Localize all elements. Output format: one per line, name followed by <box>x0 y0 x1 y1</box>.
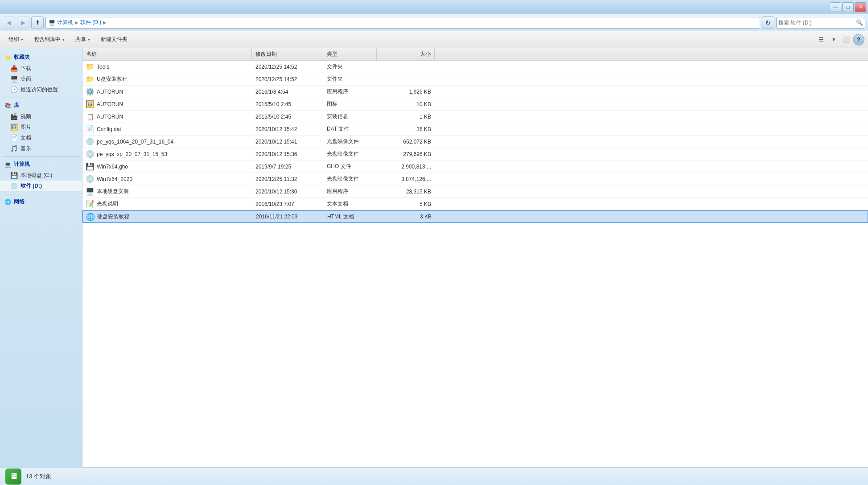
network-icon: 🌐 <box>4 199 11 205</box>
file-date-cell: 2020/12/25 14:52 <box>252 73 323 85</box>
file-size-cell: 3,874,126 ... <box>377 173 435 185</box>
file-size-cell: 5 KB <box>377 198 435 210</box>
file-name-text: 光盘说明 <box>97 200 118 208</box>
sidebar: ⭐ 收藏夹 📥 下载 🖥️ 桌面 🕐 最近访问的位置 📚 库 <box>0 48 82 467</box>
file-name-text: 硬盘安装教程 <box>97 213 129 221</box>
file-size-cell <box>377 73 435 85</box>
table-row[interactable]: 🖥️ 本地硬盘安装 2020/10/12 15:30 应用程序 28,315 K… <box>82 185 868 198</box>
file-name-text: Win7x64_2020 <box>97 176 132 182</box>
breadcrumb-drive[interactable]: 软件 (D:) <box>80 19 101 26</box>
file-type-cell: 图标 <box>323 98 377 110</box>
d-drive-label: 软件 (D:) <box>21 182 42 190</box>
sidebar-item-music[interactable]: 🎵 音乐 <box>0 143 82 154</box>
network-label: 网络 <box>14 198 25 206</box>
downloads-icon: 📥 <box>10 64 18 72</box>
minimize-button[interactable]: — <box>830 2 841 12</box>
table-row[interactable]: 🖼️ AUTORUN 2015/5/10 2:45 图标 10 KB <box>82 98 868 111</box>
include-library-button[interactable]: 包含到库中 ▾ <box>29 33 70 46</box>
refresh-button[interactable]: ↻ <box>762 16 774 29</box>
organize-label: 组织 <box>8 36 19 43</box>
file-name-cell: 🖼️ AUTORUN <box>82 98 252 110</box>
file-date-cell: 2016/11/21 22:03 <box>252 211 324 222</box>
breadcrumb-computer[interactable]: 计算机 <box>57 19 73 26</box>
file-date-cell: 2020/10/12 15:42 <box>252 123 323 135</box>
forward-button[interactable]: ▶ <box>17 16 29 29</box>
sidebar-network-header[interactable]: 🌐 网络 <box>0 196 82 207</box>
downloads-label: 下载 <box>21 65 31 72</box>
video-label: 视频 <box>21 113 31 120</box>
table-row[interactable]: 💿 pe_yqs_xp_20_07_31_15_53 2020/10/12 15… <box>82 148 868 160</box>
share-button[interactable]: 共享 ▾ <box>70 33 95 46</box>
maximize-button[interactable]: □ <box>842 2 854 12</box>
search-icon[interactable]: 🔍 <box>856 19 863 26</box>
divider-2 <box>3 156 79 157</box>
sidebar-item-downloads[interactable]: 📥 下载 <box>0 63 82 74</box>
computer-label: 计算机 <box>14 160 30 168</box>
file-name-text: Tools <box>97 64 109 70</box>
file-date-cell: 2020/10/12 15:30 <box>252 185 323 197</box>
preview-pane-button[interactable]: ⬜ <box>840 34 852 45</box>
file-size-cell: 279,696 KB <box>377 148 435 160</box>
table-row[interactable]: 📁 U盘安装教程 2020/12/25 14:52 文件夹 <box>82 73 868 86</box>
desktop-icon: 🖥️ <box>10 75 18 83</box>
table-row[interactable]: 📝 光盘说明 2016/10/23 7:07 文本文档 5 KB <box>82 198 868 210</box>
file-type-cell: 安装信息 <box>323 111 377 123</box>
recent-icon: 🕐 <box>10 86 18 94</box>
help-button[interactable]: ? <box>853 34 864 45</box>
table-row[interactable]: 💿 pe_yqs_1064_20_07_31_16_04 2020/10/12 … <box>82 136 868 148</box>
sidebar-network-section: 🌐 网络 <box>0 196 82 207</box>
file-type-cell: 光盘映像文件 <box>323 136 377 148</box>
view-dropdown-button[interactable]: ▾ <box>828 34 839 45</box>
table-row[interactable]: 💾 Win7x64.gho 2019/9/7 19:25 GHO 文件 2,90… <box>82 160 868 173</box>
col-header-name[interactable]: 名称 <box>82 48 252 60</box>
table-row[interactable]: 💿 Win7x64_2020 2020/12/25 11:32 光盘映像文件 3… <box>82 173 868 185</box>
file-name-cell: 📁 Tools <box>82 61 252 73</box>
sidebar-item-documents[interactable]: 📄 文档 <box>0 132 82 143</box>
status-bar: 🖥 13 个对象 <box>0 467 868 485</box>
organize-arrow: ▾ <box>21 37 23 42</box>
search-input[interactable] <box>778 20 854 26</box>
file-type-icon: 🌐 <box>86 213 95 221</box>
file-size-cell: 2,900,813 ... <box>377 160 435 173</box>
file-type-icon: 💿 <box>86 150 94 158</box>
file-date-cell: 2020/10/12 15:36 <box>252 148 323 160</box>
divider-1 <box>3 98 79 98</box>
include-arrow: ▾ <box>62 37 65 42</box>
table-row[interactable]: 📄 Config.dat 2020/10/12 15:42 DAT 文件 36 … <box>82 123 868 136</box>
file-type-cell: 应用程序 <box>323 185 377 197</box>
main-layout: ⭐ 收藏夹 📥 下载 🖥️ 桌面 🕐 最近访问的位置 📚 库 <box>0 48 868 467</box>
back-button[interactable]: ◀ <box>3 16 15 29</box>
sidebar-item-d-drive[interactable]: 💿 软件 (D:) <box>0 181 82 191</box>
sidebar-item-c-drive[interactable]: 💾 本地磁盘 (C:) <box>0 170 82 181</box>
sidebar-item-recent[interactable]: 🕐 最近访问的位置 <box>0 84 82 95</box>
file-type-cell: 文件夹 <box>323 61 377 73</box>
col-header-size[interactable]: 大小 <box>377 48 435 60</box>
library-label: 库 <box>14 102 19 109</box>
table-row[interactable]: 🌐 硬盘安装教程 2016/11/21 22:03 HTML 文档 3 KB <box>82 210 868 223</box>
sidebar-favorites-header[interactable]: ⭐ 收藏夹 <box>0 52 82 63</box>
table-row[interactable]: 📋 AUTORUN 2015/5/10 2:45 安装信息 1 KB <box>82 111 868 123</box>
sidebar-item-pictures[interactable]: 🖼️ 图片 <box>0 122 82 132</box>
status-logo: 🖥 <box>5 469 21 485</box>
col-header-modified[interactable]: 修改日期 <box>252 48 323 60</box>
new-folder-button[interactable]: 新建文件夹 <box>96 33 132 46</box>
sidebar-library-header[interactable]: 📚 库 <box>0 100 82 111</box>
table-row[interactable]: 📁 Tools 2020/12/25 14:52 文件夹 <box>82 61 868 73</box>
computer-icon: 💻 <box>4 161 11 168</box>
window-controls: — □ ✕ <box>830 2 866 12</box>
file-type-icon: ⚙️ <box>86 88 94 96</box>
sidebar-computer-header[interactable]: 💻 计算机 <box>0 159 82 170</box>
up-button[interactable]: ⬆ <box>31 16 44 29</box>
sidebar-item-desktop[interactable]: 🖥️ 桌面 <box>0 74 82 84</box>
file-name-cell: ⚙️ AUTORUN <box>82 86 252 98</box>
table-row[interactable]: ⚙️ AUTORUN 2016/1/8 4:54 应用程序 1,926 KB <box>82 86 868 98</box>
desktop-label: 桌面 <box>21 75 31 83</box>
sidebar-item-video[interactable]: 🎬 视频 <box>0 111 82 122</box>
col-header-type[interactable]: 类型 <box>323 48 377 60</box>
view-list-button[interactable]: ☰ <box>815 34 827 45</box>
file-type-cell: DAT 文件 <box>323 123 377 135</box>
file-type-cell: GHO 文件 <box>323 160 377 173</box>
library-icon: 📚 <box>4 103 11 109</box>
organize-button[interactable]: 组织 ▾ <box>4 33 28 46</box>
close-button[interactable]: ✕ <box>855 2 866 12</box>
